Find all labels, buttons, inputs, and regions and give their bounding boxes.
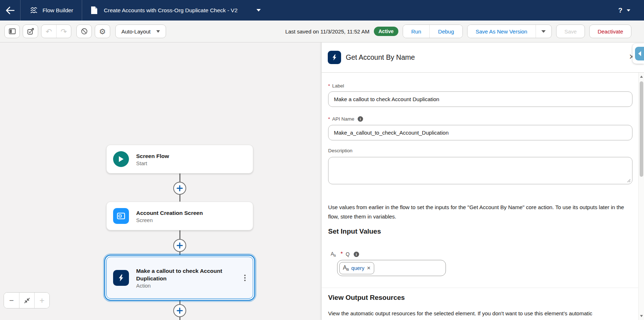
settings-button[interactable]: ⚙ — [95, 24, 110, 38]
undo-redo-group: ↶ ↷ — [41, 24, 71, 38]
back-button[interactable] — [0, 0, 20, 21]
last-saved-text: Last saved on 11/3/2025, 11:52 AM — [285, 28, 370, 35]
node-subtitle: Start — [136, 161, 169, 166]
flow-title: Create Accounts with Cross-Org Duplicate… — [104, 7, 237, 14]
zoom-controls: − + — [4, 292, 50, 308]
help-caret-icon[interactable] — [627, 9, 630, 12]
help-button[interactable]: ? — [618, 6, 622, 14]
node-text: Screen Flow Start — [136, 152, 169, 166]
chevron-left-icon — [638, 51, 641, 56]
undo-icon: ↶ — [46, 28, 52, 35]
save-menu-button[interactable] — [536, 25, 551, 38]
label-input[interactable] — [328, 91, 632, 107]
scrollbar-thumb[interactable] — [640, 81, 643, 177]
node-menu-button[interactable] — [244, 275, 246, 281]
node-text: Account Creation Screen Screen — [136, 209, 203, 223]
plus-icon — [176, 185, 183, 191]
node-account-creation-screen[interactable]: Account Creation Screen Screen — [106, 202, 253, 230]
node-subtitle: Action — [136, 283, 228, 289]
select-elements-button[interactable] — [23, 24, 38, 38]
save-button[interactable]: Save — [556, 24, 585, 38]
redo-icon: ↷ — [61, 28, 67, 35]
gear-icon: ⚙ — [99, 28, 106, 35]
node-title: Screen Flow — [136, 152, 169, 160]
toggle-left-panel-button[interactable] — [4, 24, 20, 38]
description-textarea[interactable] — [328, 157, 632, 184]
pill-label: query — [351, 265, 364, 271]
save-as-new-version-button[interactable]: Save As New Version — [468, 25, 536, 38]
select-elements-icon — [27, 28, 34, 35]
undo-button[interactable]: ↶ — [41, 25, 56, 38]
redo-button[interactable]: ↷ — [56, 25, 71, 38]
toolbar-left: ↶ ↷ ⚙ Auto-Layout — [4, 24, 166, 38]
section-divider — [322, 288, 638, 288]
document-icon — [91, 6, 98, 14]
flow-canvas[interactable]: Screen Flow Start Account Creation Scree… — [0, 42, 644, 320]
disable-flow-button[interactable] — [76, 24, 92, 38]
plus-icon — [176, 242, 183, 249]
required-asterisk: * — [328, 116, 330, 122]
panel-scrollbar[interactable] — [638, 73, 644, 320]
flow-title-tab[interactable]: Create Accounts with Cross-Org Duplicate… — [82, 0, 260, 21]
node-title: Make a callout to check Account Duplicat… — [136, 267, 228, 282]
api-name-field-label: * API Name i — [328, 116, 363, 122]
description-field-label: Description — [328, 148, 353, 153]
flow-builder-app: Flow Builder Create Accounts with Cross-… — [0, 0, 644, 320]
deactivate-button[interactable]: Deactivate — [589, 24, 631, 38]
q-param-label-row: Aa * Q i — [331, 251, 359, 257]
debug-button[interactable]: Debug — [429, 25, 462, 38]
remove-pill-icon[interactable]: × — [367, 265, 371, 271]
toolbar-right: Last saved on 11/3/2025, 11:52 AM Active… — [285, 24, 644, 38]
action-helper-text: Use values from earlier in the flow to s… — [328, 203, 626, 221]
view-output-resources-heading: View Output Resources — [328, 294, 405, 302]
flow-title-caret-icon[interactable] — [256, 9, 261, 12]
run-button[interactable]: Run — [403, 25, 430, 38]
required-asterisk: * — [328, 83, 330, 89]
scroll-down-icon[interactable] — [640, 315, 643, 317]
set-input-values-heading: Set Input Values — [328, 227, 381, 235]
zoom-in-button[interactable]: + — [34, 293, 49, 308]
panel-toggle-icon — [9, 28, 16, 35]
node-screen-flow-start[interactable]: Screen Flow Start — [106, 145, 253, 173]
collapse-panel-button[interactable] — [635, 47, 644, 60]
label-text: Label — [332, 83, 344, 89]
view-output-resources-text: View the automatic output resources for … — [328, 309, 626, 318]
description-field — [328, 157, 632, 184]
q-param-label: Q — [346, 251, 350, 257]
screen-icon — [113, 208, 129, 224]
q-param-combobox[interactable]: Aa query × — [337, 260, 446, 276]
flow-builder-logo-icon — [30, 6, 38, 14]
node-make-callout-action[interactable]: Make a callout to check Account Duplicat… — [106, 257, 253, 299]
add-element-button[interactable] — [173, 182, 186, 195]
header-right: ? — [618, 6, 644, 14]
required-asterisk: * — [340, 251, 343, 257]
resource-pill-query[interactable]: Aa query × — [339, 262, 374, 274]
layout-caret-icon — [156, 30, 160, 33]
action-icon — [328, 51, 341, 64]
action-icon — [113, 270, 129, 286]
save-menu-caret-icon — [541, 30, 546, 33]
panel-header: Get Account By Name × — [322, 42, 644, 73]
label-text: Description — [328, 148, 353, 153]
resize-grip-icon[interactable] — [627, 179, 631, 182]
status-badge: Active — [374, 27, 398, 36]
app-name: Flow Builder — [43, 7, 73, 14]
add-element-button[interactable] — [173, 304, 186, 317]
scroll-up-icon[interactable] — [640, 76, 643, 78]
collapse-arrows-icon — [23, 297, 31, 304]
screen-glyph-icon — [117, 212, 125, 220]
api-name-input[interactable] — [328, 125, 632, 140]
element-config-panel: Get Account By Name × * Label * API Name… — [321, 42, 644, 320]
add-element-button[interactable] — [173, 239, 186, 252]
back-arrow-icon — [5, 6, 15, 14]
play-icon — [118, 156, 124, 163]
lightning-icon — [117, 274, 125, 282]
zoom-out-button[interactable]: − — [4, 293, 19, 308]
run-debug-group: Run Debug — [403, 24, 463, 38]
text-type-icon: Aa — [343, 265, 349, 271]
layout-select[interactable]: Auto-Layout — [115, 24, 166, 38]
info-icon[interactable]: i — [354, 252, 359, 257]
app-logo-area: Flow Builder — [21, 0, 82, 21]
fit-to-view-button[interactable] — [19, 293, 34, 308]
info-icon[interactable]: i — [358, 116, 363, 122]
